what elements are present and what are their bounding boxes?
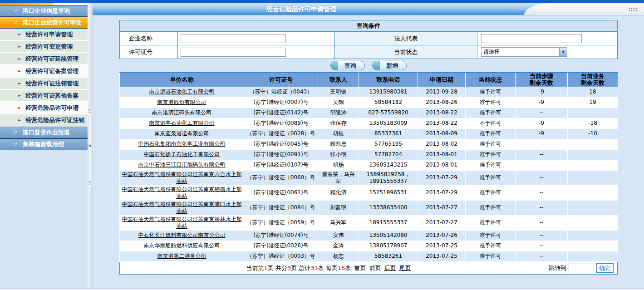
- date-cell: 2013-07-27: [418, 200, 466, 215]
- contact-cell: 金涛: [318, 241, 359, 251]
- pagination-number: 3: [287, 265, 291, 271]
- date-cell: 2013-07-25: [418, 251, 466, 261]
- column-header: 当前步骤剩余天数: [516, 72, 568, 87]
- sidebar-item[interactable]: ►经营许可证注销管理: [0, 78, 88, 90]
- pagination-link[interactable]: 后页: [384, 265, 396, 271]
- chevron-down-icon[interactable]: ▼: [559, 48, 567, 56]
- column-header: 当前业务剩余天数: [568, 72, 618, 87]
- company-link[interactable]: 南京港股份有限公司: [157, 99, 206, 105]
- sidebar-menu: ∵港口企业信息查询∵港口企业经营许可审批►经营许可申请管理►经营许可变更管理►经…: [0, 5, 88, 290]
- status-cell: 准予许可: [466, 241, 516, 251]
- phone-cell: 13805178907: [359, 241, 418, 251]
- date-cell: 2013-08-01: [418, 149, 466, 160]
- table-row: 中国石化扬子石油化工有限公司(苏宁)港经证(0091)号张小明577827042…: [120, 149, 618, 160]
- sidebar-item-label: 港口企业经营许可审批: [23, 19, 82, 27]
- sidebar-item[interactable]: ►经营危险品许可证注销: [0, 114, 88, 127]
- date-cell: 2013-07-26: [418, 230, 466, 241]
- phone-cell: 57765195: [359, 139, 418, 149]
- company-cell: 中国石油天然气股份有限公司江苏南京桥林水上加油站: [120, 215, 244, 230]
- titlebar-white-cap: [524, 3, 644, 15]
- sidebar-item[interactable]: ►经营许可申请管理: [0, 29, 88, 41]
- phone-cell: 13605143215: [359, 160, 418, 170]
- step-days-cell: --: [516, 230, 568, 241]
- company-link[interactable]: 中国石油天然气股份有限公司江苏南京六合水上加油站: [122, 171, 242, 184]
- table-row: 南京蓝泉港运有限公司（苏宁）港经证（0028）号胡钰853373612013-0…: [120, 128, 618, 139]
- column-header: 当前状态: [466, 72, 516, 87]
- phone-cell: 13915980381: [359, 87, 418, 97]
- status-cell: 准予许可: [466, 170, 516, 185]
- phone-cell: 85337361: [359, 128, 418, 139]
- date-cell: 2013-07-25: [418, 241, 466, 251]
- sidebar-item[interactable]: ►经营危险品许可申请: [0, 102, 88, 114]
- pagination-link[interactable]: 尾页: [399, 265, 411, 271]
- add-new-button[interactable]: 新增: [372, 61, 407, 70]
- pagination-number: 31: [310, 265, 318, 271]
- pagination-text: 条 每页: [318, 265, 338, 271]
- step-days-cell: --: [516, 251, 568, 261]
- search-button[interactable]: 查询: [330, 61, 365, 70]
- menu-dots-arrow-icon: ∵: [14, 142, 17, 147]
- license-no-input[interactable]: [181, 48, 286, 57]
- column-header: 申请日期: [418, 72, 466, 87]
- step-days-cell: --: [516, 241, 568, 251]
- license-cell: (苏宁)港经证(0142)号: [244, 108, 318, 118]
- company-link[interactable]: 南京贤丰石油化工有限公司: [149, 120, 215, 126]
- biz-days-cell: 19: [568, 97, 618, 108]
- legal-rep-input[interactable]: [481, 34, 582, 43]
- sidebar-item[interactable]: ∵港口企业经营许可审批: [0, 17, 88, 29]
- status-cell: 准予许可: [466, 160, 516, 170]
- table-row: 南京贤丰石油化工有限公司(苏宁)港经证(0089)号张保存13505183009…: [120, 118, 618, 128]
- company-link[interactable]: 南京港清江码头有限公司: [152, 109, 212, 116]
- status-cell: 准予许可: [466, 97, 516, 108]
- table-row: 中国石油天然气股份有限公司江苏南京桥林水上加油站（苏宁）港经证（0059）号马兴…: [120, 215, 618, 230]
- company-name-input[interactable]: [181, 34, 286, 43]
- sidebar-item[interactable]: ►经营许可证备案管理: [0, 65, 88, 78]
- sidebar-item[interactable]: ∵港口企业信息查询: [0, 5, 88, 17]
- sidebar-item[interactable]: ∵集装箱超载治理: [0, 138, 88, 150]
- confirm-button[interactable]: 确定: [596, 263, 614, 273]
- sidebar-item[interactable]: ►经营许可证延续管理: [0, 53, 88, 65]
- sidebar-item-label: 经营许可证备案管理: [25, 67, 79, 75]
- sidebar-splitter[interactable]: ◀: [88, 3, 93, 290]
- company-link[interactable]: 南京中石油三江口汇能码头有限公司: [138, 162, 226, 168]
- company-link[interactable]: 南京源港石油化工有限公司: [149, 88, 215, 95]
- action-button-row: 查询 新增: [119, 60, 618, 71]
- date-cell: 2013-08-09: [418, 128, 466, 139]
- pagination-link: 首页: [354, 265, 366, 271]
- biz-days-cell: [568, 251, 618, 261]
- status-cell: 准予许可: [466, 185, 516, 200]
- splitter-grip-dots-icon: [88, 180, 92, 185]
- company-cell: 中石化长江燃料有限公司南京分公司: [120, 230, 244, 241]
- status-cell: 准予许可: [466, 215, 516, 230]
- company-cell: 南京贤丰石油化工有限公司: [120, 118, 244, 128]
- collapse-left-arrow-icon[interactable]: ◀: [88, 144, 91, 147]
- company-link[interactable]: 中国石化集团南京化学工业有限公司: [138, 141, 226, 147]
- sidebar-item[interactable]: ►经营许可证其他备案: [0, 90, 88, 102]
- company-link[interactable]: 中石化长江燃料有限公司南京分公司: [138, 232, 226, 238]
- sidebar-item[interactable]: ∵港口普货作业报港: [0, 127, 88, 138]
- company-cell: 南京华燃船舶燃料供应有限公司: [120, 241, 244, 251]
- status-cell: 准予许可: [466, 87, 516, 97]
- table-row: 南京港股份有限公司(苏宁)港经证(0007)号吴靓585841822013-08…: [120, 97, 618, 108]
- company-link[interactable]: 中国石油天然气股份有限公司江苏南京浦口水上加油站: [122, 201, 242, 214]
- sidebar-item[interactable]: ►经营许可变更管理: [0, 41, 88, 53]
- company-link[interactable]: 中国石油天然气股份有限公司江苏南京栖霞水上加油站: [122, 186, 242, 199]
- company-link[interactable]: 南京蓝泉港运有限公司: [155, 130, 209, 137]
- license-no-label: 许可证号: [120, 45, 178, 59]
- company-link[interactable]: 南京华燃船舶燃料供应有限公司: [144, 242, 220, 249]
- step-days-cell: --: [516, 215, 568, 230]
- company-cell: 中国石油天然气股份有限公司江苏南京浦口水上加油站: [120, 200, 244, 215]
- company-link[interactable]: 中国石化扬子石油化工有限公司: [144, 151, 220, 157]
- biz-days-cell: [568, 108, 618, 118]
- column-header: 联系人: [318, 72, 359, 87]
- jump-page-input[interactable]: [569, 264, 594, 272]
- company-link[interactable]: 中国石油天然气股份有限公司江苏南京桥林水上加油站: [122, 216, 242, 229]
- step-days-cell: --: [516, 170, 568, 185]
- contact-cell: 马兴军: [318, 215, 359, 230]
- status-select[interactable]: 请选择 ▼: [481, 47, 567, 57]
- table-row: 南京华燃船舶燃料供应有限公司(苏宁)港经证(0026)号金涛1380517890…: [120, 241, 618, 251]
- status-cell: 不予许可: [466, 118, 516, 128]
- sidebar-item-label: 经营危险品许可证注销: [25, 116, 84, 124]
- company-link[interactable]: 南京港第二港务公司: [157, 253, 206, 259]
- license-cell: (苏宁)港经证(0061)号: [244, 185, 318, 200]
